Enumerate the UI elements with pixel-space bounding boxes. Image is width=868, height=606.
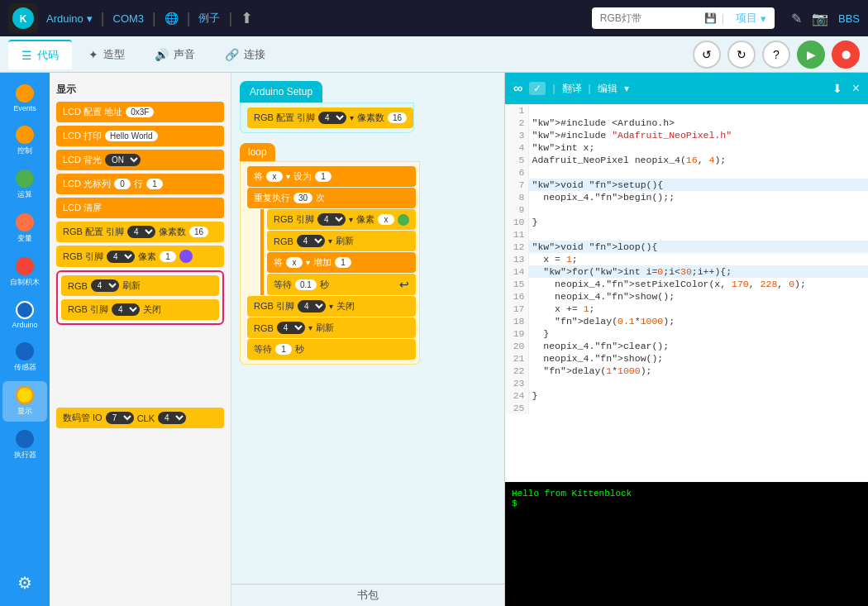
line-number: 22 bbox=[505, 365, 528, 377]
lcd-config-block[interactable]: LCD 配置 地址 0x3F bbox=[56, 102, 224, 122]
sidebar-item-variable[interactable]: 变量 bbox=[2, 208, 47, 249]
rgb-config-block-panel[interactable]: RGB 配置 引脚 4 像素数 16 bbox=[56, 222, 224, 242]
wait-01-block[interactable]: 等待 0.1 秒 ↩ bbox=[267, 274, 416, 295]
setup-section: Arduino Setup RGB 配置 引脚 4 ▾ 像素数 16 bbox=[240, 81, 414, 133]
control-dot bbox=[16, 126, 34, 144]
loop-header: loop bbox=[240, 143, 275, 161]
rgb-off-block-panel[interactable]: RGB 引脚 4 关闭 bbox=[61, 299, 219, 320]
line-number: 3 bbox=[505, 129, 528, 141]
terminal: Hello from Kittenblock $ bbox=[505, 482, 868, 606]
camera-icon[interactable]: 📷 bbox=[812, 11, 828, 26]
download-icon[interactable]: ⬇ bbox=[832, 82, 842, 95]
bbs-button[interactable]: BBS bbox=[838, 12, 860, 25]
run-button[interactable]: ▶ bbox=[797, 41, 825, 69]
line-number: 17 bbox=[505, 303, 528, 315]
save-icon[interactable]: 💾 bbox=[704, 12, 717, 24]
edit-pen-icon[interactable]: ✎ bbox=[791, 11, 802, 26]
rgb-pin4-select[interactable]: 4 bbox=[112, 303, 140, 316]
sidebar-item-custom[interactable]: 自制积木 bbox=[2, 252, 47, 293]
rgb-pin3-select[interactable]: 4 bbox=[91, 279, 119, 292]
sidebar-item-math[interactable]: 运算 bbox=[2, 165, 47, 205]
lcd-print-block[interactable]: LCD 打印 Hello World bbox=[56, 126, 224, 146]
rgb-pixel-canvas[interactable]: RGB 引脚 4 ▾ 像素 x bbox=[267, 209, 416, 230]
line-number: 9 bbox=[505, 203, 528, 216]
upload-icon[interactable]: ⬆ bbox=[241, 9, 253, 27]
sidebar-item-events[interactable]: Events bbox=[2, 79, 47, 117]
canvas-rgb-refresh-pin[interactable]: 4 bbox=[277, 322, 305, 334]
example-button[interactable]: 例子 bbox=[198, 11, 220, 26]
display-dot bbox=[16, 386, 34, 404]
close-button[interactable]: × bbox=[852, 81, 860, 96]
wait-1-block[interactable]: 等待 1 秒 bbox=[247, 339, 416, 360]
check-icon[interactable]: ✓ bbox=[529, 82, 546, 95]
translate-tab[interactable]: 翻译 bbox=[562, 82, 582, 96]
search-input[interactable] bbox=[600, 12, 699, 24]
inc-x-block[interactable]: 将 x ▾ 增加 1 bbox=[267, 252, 416, 273]
rgb-off-canvas[interactable]: RGB 引脚 4 ▾ 关闭 bbox=[247, 296, 416, 317]
line-number: 18 bbox=[505, 315, 528, 327]
lcd-backlight-block[interactable]: LCD 背光 ON bbox=[56, 150, 224, 170]
code-line: } bbox=[528, 327, 868, 340]
sidebar-item-display[interactable]: 显示 bbox=[2, 381, 47, 422]
backlight-select[interactable]: ON bbox=[105, 154, 141, 166]
repeat-block[interactable]: 重复执行 30 次 bbox=[247, 188, 416, 208]
arduino-menu[interactable]: Arduino ▾ bbox=[46, 12, 93, 25]
code-line: } bbox=[528, 216, 868, 228]
rgb-pin2-select[interactable]: 4 bbox=[107, 251, 135, 263]
redo-button[interactable]: ↻ bbox=[727, 41, 756, 69]
lcd-clear-block[interactable]: LCD 清屏 bbox=[56, 198, 224, 218]
code-line: Adafruit_NeoPixel neopix_4(16, 4); bbox=[528, 154, 868, 166]
tab-sound[interactable]: 🔊 声音 bbox=[141, 41, 208, 69]
rgb-pixel-block-panel[interactable]: RGB 引脚 4 像素 1 bbox=[56, 246, 224, 267]
rgb-config-canvas[interactable]: RGB 配置 引脚 4 ▾ 像素数 16 bbox=[247, 107, 413, 128]
seg-block-panel[interactable]: 数码管 IO 7 CLK 4 bbox=[56, 408, 224, 428]
code-line: "fn">delay(1*1000); bbox=[528, 365, 868, 377]
canvas-rgb-pin2[interactable]: 4 bbox=[317, 213, 346, 226]
seg-clk-select[interactable]: 4 bbox=[158, 412, 186, 424]
line-number: 23 bbox=[505, 377, 528, 389]
line-number: 10 bbox=[505, 216, 528, 228]
svg-text:K: K bbox=[20, 13, 27, 25]
line-number: 24 bbox=[505, 389, 528, 402]
rgb-refresh-block-panel[interactable]: RGB 4 刷新 bbox=[61, 275, 219, 296]
com-port[interactable]: COM3 bbox=[113, 12, 145, 25]
tab-connect[interactable]: 🔗 连接 bbox=[212, 41, 279, 69]
highlighted-blocks: RGB 4 刷新 RGB 引脚 4 关闭 bbox=[56, 270, 224, 325]
block-panel: 显示 LCD 配置 地址 0x3F LCD 打印 Hello World LCD… bbox=[50, 73, 231, 606]
help-button[interactable]: ? bbox=[762, 41, 790, 69]
block-section-title: 显示 bbox=[56, 83, 224, 97]
infinity-icon: ∞ bbox=[513, 81, 522, 96]
line-number: 11 bbox=[505, 228, 528, 241]
line-number: 19 bbox=[505, 327, 528, 340]
seg-io-select[interactable]: 7 bbox=[106, 412, 134, 424]
globe-icon[interactable]: 🌐 bbox=[165, 12, 179, 25]
code-area[interactable]: 1 2"kw">#include <Arduino.h>3"kw">#inclu… bbox=[505, 104, 868, 482]
code-line bbox=[528, 203, 868, 216]
sep2: | bbox=[722, 12, 724, 24]
set-x-block[interactable]: 将 x ▾ 设为 1 bbox=[247, 166, 416, 187]
sidebar-item-control[interactable]: 控制 bbox=[2, 121, 47, 161]
tab-code[interactable]: ☰ 代码 bbox=[8, 40, 72, 69]
rgb-refresh-canvas[interactable]: RGB 4 ▾ 刷新 bbox=[267, 231, 416, 251]
tab-shape[interactable]: ✦ 造型 bbox=[75, 41, 138, 69]
sidebar-item-arduino[interactable]: Arduino bbox=[2, 296, 47, 334]
settings-icon[interactable]: ⚙ bbox=[11, 566, 39, 599]
color-picker[interactable] bbox=[179, 250, 193, 263]
edit-tab[interactable]: 编辑 bbox=[598, 82, 618, 96]
lcd-cursor-block[interactable]: LCD 光标列 0 行 1 bbox=[56, 174, 224, 194]
stop-button[interactable]: ⬤ bbox=[832, 41, 860, 69]
project-button[interactable]: 项目 ▾ bbox=[736, 11, 766, 26]
canvas-rgb-pin3[interactable]: 4 bbox=[297, 235, 325, 247]
undo-button[interactable]: ↺ bbox=[693, 41, 721, 69]
sidebar-item-sensor[interactable]: 传感器 bbox=[2, 337, 47, 378]
sidebar-item-actuator[interactable]: 执行器 bbox=[2, 425, 47, 465]
code-line: "kw">#include "Adafruit_NeoPixel.h" bbox=[528, 129, 868, 141]
canvas-color-dot[interactable] bbox=[398, 214, 409, 226]
canvas-rgb-pin[interactable]: 4 bbox=[318, 112, 346, 124]
line-number: 13 bbox=[505, 253, 528, 265]
code-line bbox=[528, 402, 868, 414]
line-number: 8 bbox=[505, 191, 528, 203]
canvas-rgb-off-pin[interactable]: 4 bbox=[298, 300, 326, 313]
rgb-pin-select-panel[interactable]: 4 bbox=[127, 226, 155, 238]
rgb-refresh2-canvas[interactable]: RGB 4 ▾ 刷新 bbox=[247, 317, 416, 338]
